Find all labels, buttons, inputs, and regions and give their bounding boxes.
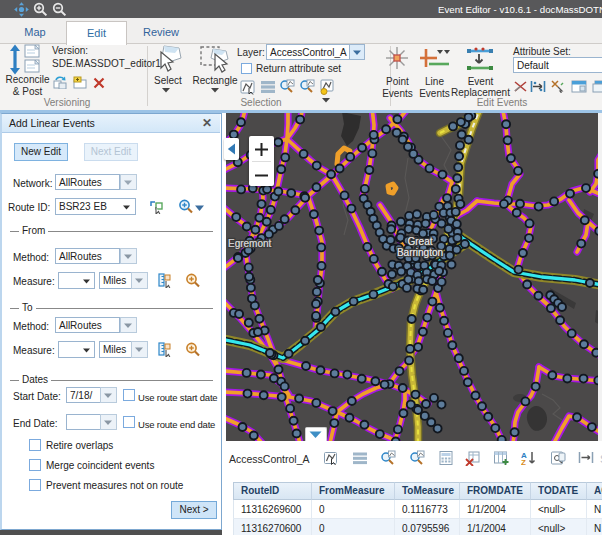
svg-text:Great: Great xyxy=(407,236,432,247)
svg-text:Egremont: Egremont xyxy=(228,238,272,249)
svg-text:Barrington: Barrington xyxy=(397,247,443,258)
svg-text:Z: Z xyxy=(521,458,526,466)
